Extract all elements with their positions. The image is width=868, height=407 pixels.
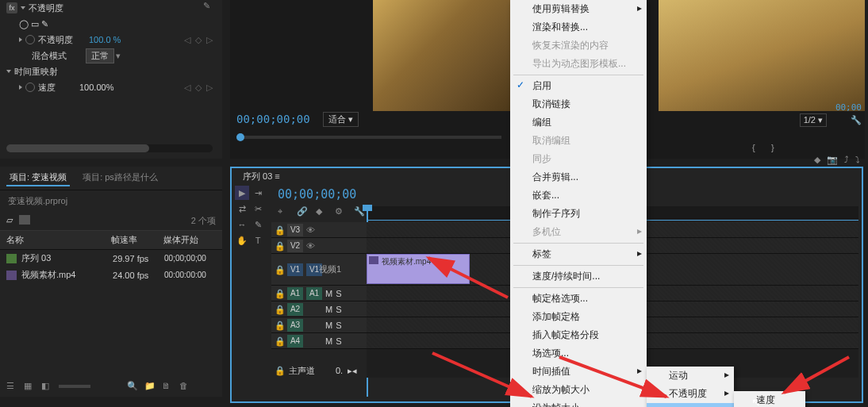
track-header-v1[interactable]: 🔒 V1 V1 视频1 — [271, 254, 367, 286]
lock-icon[interactable]: 🔒 — [275, 366, 284, 375]
track-target-a2[interactable]: A2 — [287, 303, 303, 316]
next-keyframe-icon[interactable]: ▷ — [206, 83, 216, 92]
menu-time-interpolation[interactable]: 时间插值▸ — [510, 363, 647, 381]
menu-nest[interactable]: 嵌套... — [510, 186, 647, 205]
speed-value[interactable]: 100.00% — [79, 83, 113, 92]
expand-icon[interactable]: ▸◂ — [348, 366, 357, 376]
project-item-sequence[interactable]: 序列 03 29.97 fps 00;00;00;00 — [0, 250, 222, 267]
settings-icon[interactable]: ⚙ — [335, 206, 346, 217]
zoom-slider[interactable] — [59, 385, 90, 388]
mute-button[interactable]: M — [325, 336, 332, 346]
timeline-timecode[interactable]: 00;00;00;00 — [271, 184, 371, 205]
menu-frame-hold-options[interactable]: 帧定格选项... — [510, 290, 647, 308]
col-start-header[interactable]: 媒体开始 — [163, 234, 216, 246]
export-frame-icon[interactable]: 📷 — [827, 155, 838, 165]
mark-out-icon[interactable]: } — [771, 143, 785, 157]
pen-tool-row[interactable]: ◯ ▭ ✎ — [0, 16, 222, 32]
pen-tool-icon[interactable]: ✎ — [251, 217, 265, 232]
wrench-icon[interactable]: 🔧 — [851, 115, 862, 125]
track-source-a1[interactable]: A1 — [287, 287, 303, 300]
solo-button[interactable]: S — [336, 289, 341, 298]
stopwatch-icon[interactable] — [25, 35, 35, 44]
lock-icon[interactable]: 🔒 — [275, 289, 284, 298]
marker-icon[interactable]: ◆ — [316, 206, 327, 217]
time-remap-row[interactable]: 时间重映射 — [0, 63, 222, 79]
track-header-a1[interactable]: 🔒 A1 A1 M S — [271, 286, 367, 301]
lock-icon[interactable]: 🔒 — [275, 336, 284, 346]
extract-icon[interactable]: ⤵ — [855, 155, 860, 165]
disclosure-triangle-icon[interactable] — [21, 6, 25, 10]
track-header-v3[interactable]: 🔒 V3 👁 — [271, 222, 367, 238]
menu-scale-to-frame[interactable]: 缩放为帧大小 — [510, 381, 647, 399]
ellipse-mask-icon[interactable]: ◯ — [19, 19, 29, 29]
next-keyframe-icon[interactable]: ▷ — [206, 35, 216, 44]
mute-button[interactable]: M — [325, 289, 332, 298]
menu-group[interactable]: 编组 — [510, 113, 647, 132]
submenu-opacity[interactable]: 不透明度▸ — [647, 385, 734, 403]
project-column-header[interactable]: 名称 帧速率 媒体开始 — [0, 230, 222, 250]
snap-icon[interactable]: ⌖ — [278, 206, 289, 217]
pen-mask-icon[interactable]: ✎ — [41, 19, 48, 29]
new-bin-icon[interactable]: 📁 — [144, 381, 157, 392]
col-fps-header[interactable]: 帧速率 — [111, 234, 163, 246]
track-target-v3[interactable]: V3 — [287, 224, 303, 236]
master-track-header[interactable]: 🔒 主声道 0. ▸◂ — [271, 363, 360, 378]
razor-tool-icon[interactable]: ✂ — [251, 202, 265, 216]
speed-row[interactable]: 速度 100.00% ◁◇▷ — [0, 79, 222, 95]
hand-tool-icon[interactable]: ✋ — [235, 233, 249, 248]
menu-render-replace[interactable]: 渲染和替换... — [510, 18, 647, 36]
blend-mode-select[interactable]: 正常 — [86, 48, 114, 63]
menu-add-frame-hold[interactable]: 添加帧定格 — [510, 308, 647, 326]
solo-button[interactable]: S — [336, 305, 341, 314]
lock-icon[interactable]: 🔒 — [275, 321, 284, 330]
opacity-effect-row[interactable]: fx 不透明度 — [0, 0, 222, 16]
solo-button[interactable]: S — [336, 321, 341, 330]
track-target-a4[interactable]: A4 — [287, 335, 303, 347]
track-header-a3[interactable]: 🔒 A3 M S — [271, 317, 367, 333]
prev-keyframe-icon[interactable]: ◁ — [184, 35, 194, 44]
lock-icon[interactable]: 🔒 — [275, 241, 284, 251]
lock-icon[interactable]: 🔒 — [275, 265, 284, 275]
menu-field-options[interactable]: 场选项... — [510, 344, 647, 363]
solo-button[interactable]: S — [336, 336, 341, 346]
list-view-icon[interactable]: ☰ — [6, 381, 19, 392]
track-target-v2[interactable]: V2 — [287, 240, 303, 252]
lock-icon[interactable]: 🔒 — [275, 225, 284, 235]
track-header-v2[interactable]: 🔒 V2 👁 — [271, 238, 367, 254]
freeform-view-icon[interactable]: ◧ — [41, 381, 54, 392]
project-tab[interactable]: 项目: ps路径是什么 — [79, 170, 161, 186]
menu-set-to-frame[interactable]: 设为帧大小 — [510, 399, 647, 407]
filter-bin-icon[interactable]: ▱ — [6, 215, 13, 227]
menu-insert-frame-hold[interactable]: 插入帧定格分段 — [510, 326, 647, 344]
slip-tool-icon[interactable]: ↔ — [235, 217, 249, 232]
mute-button[interactable]: M — [325, 305, 332, 314]
selection-tool-icon[interactable]: ▶ — [235, 186, 249, 200]
menu-enable[interactable]: ✓启用 — [510, 77, 647, 95]
add-keyframe-icon[interactable]: ◇ — [195, 83, 205, 92]
stopwatch-icon[interactable] — [25, 83, 35, 92]
opacity-value[interactable]: 100.0 % — [89, 35, 121, 44]
bin-icon[interactable] — [19, 215, 30, 225]
disclosure-triangle-icon[interactable] — [19, 85, 22, 90]
prev-keyframe-icon[interactable]: ◁ — [184, 83, 194, 92]
track-target-a3[interactable]: A3 — [287, 319, 303, 332]
track-header-a2[interactable]: 🔒 A2 M S — [271, 301, 367, 317]
menu-label[interactable]: 标签▸ — [510, 245, 647, 263]
mark-in-icon[interactable]: { — [752, 143, 766, 157]
opacity-value-row[interactable]: 不透明度 100.0 % ◁◇▷ — [0, 32, 222, 48]
video-clip[interactable]: 视频素材.mp4 — [367, 254, 470, 284]
submenu-motion[interactable]: 运动▸ — [647, 367, 734, 385]
project-tab-active[interactable]: 项目: 变速视频 — [6, 170, 70, 186]
track-select-tool-icon[interactable]: ⇥ — [251, 186, 265, 200]
trash-icon[interactable]: 🗑 — [179, 381, 192, 392]
rect-mask-icon[interactable]: ▭ — [31, 19, 39, 29]
resolution-select[interactable]: 1/2 ▾ — [800, 113, 827, 127]
timeline-sequence-tab[interactable]: 序列 03 ≡ — [238, 170, 285, 182]
new-item-icon[interactable]: 🗎 — [162, 381, 175, 392]
playhead-icon[interactable] — [236, 133, 244, 141]
icon-view-icon[interactable]: ▦ — [24, 381, 36, 392]
disclosure-triangle-icon[interactable] — [19, 37, 22, 42]
menu-merge-clips[interactable]: 合并剪辑... — [510, 168, 647, 186]
effect-scrollbar[interactable] — [6, 144, 213, 152]
menu-unlink[interactable]: 取消链接 — [510, 95, 647, 113]
